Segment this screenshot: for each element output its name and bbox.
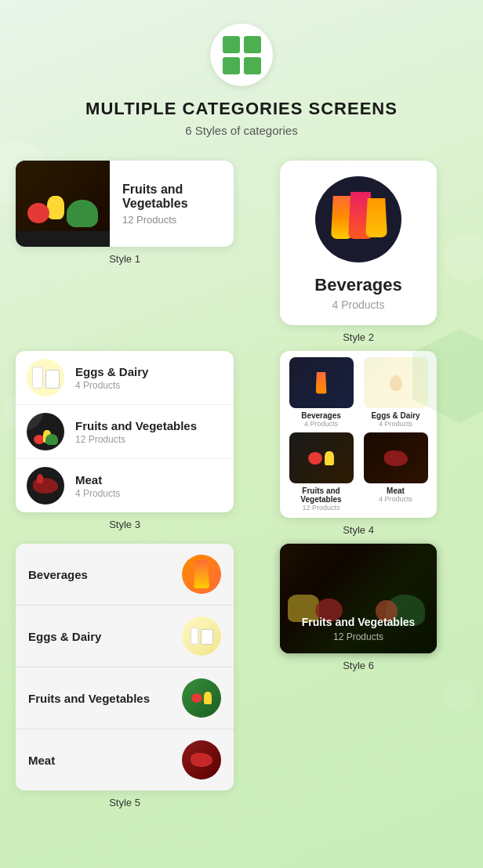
style4-img-fv [289, 432, 354, 483]
style3-meat-name: Meat [75, 473, 120, 486]
dairy-s5-scene [191, 627, 213, 645]
style2-label: Style 2 [343, 331, 374, 343]
style4-item-fv[interactable]: Fruits and Vegetables 12 Products [286, 432, 356, 512]
style5-item-fv[interactable]: Fruits and Vegetables [16, 667, 234, 729]
vegetables-scene [24, 161, 102, 231]
meat-cut-icon [33, 478, 58, 494]
style3-dairy-count: 4 Products [75, 380, 148, 391]
style3-fv-name: Fruits and Vegetables [75, 419, 197, 432]
style3-item-dairy[interactable]: Eggs & Dairy 4 Products [16, 351, 234, 405]
meat-s5-icon [191, 753, 212, 767]
dairy-icon [32, 367, 60, 389]
fv-lettuce [45, 434, 58, 445]
style5-img-fv [182, 678, 221, 718]
style4-img-bev [289, 357, 354, 408]
style3-avatar-meat [27, 467, 64, 505]
style4-fv-count: 12 Products [302, 504, 340, 512]
style1-card[interactable]: Fruits and Vegetables 12 Products [16, 161, 234, 247]
style2-block: Beverages 4 Products Style 2 [249, 161, 467, 343]
logo-cell-2 [244, 36, 261, 53]
style5-img-dairy [182, 617, 221, 656]
logo-cell-1 [223, 36, 240, 53]
veg-green-icon [67, 200, 98, 227]
bev-glass-right-icon [365, 198, 387, 237]
style4-dairy-name: Eggs & Dairy [371, 411, 419, 420]
style4-img-meat [364, 432, 428, 483]
style6-product-count: 12 Products [292, 631, 424, 642]
style5-meat-name: Meat [28, 754, 55, 767]
app-logo [210, 24, 273, 86]
style5-item-meat[interactable]: Meat [16, 729, 234, 790]
style6-block: Fruits and Vegetables 12 Products Style … [249, 544, 467, 808]
style2-product-count: 4 Products [332, 298, 385, 311]
style3-avatar-fv [27, 413, 64, 450]
style4-label: Style 4 [343, 524, 374, 536]
style3-item-fv-info: Fruits and Vegetables 12 Products [75, 419, 197, 445]
fv-tomato-mini-icon [308, 452, 322, 465]
style6-card[interactable]: Fruits and Vegetables 12 Products [280, 544, 437, 653]
style2-image-circle [315, 176, 401, 262]
style6-content: Fruits and Vegetables 12 Products [280, 605, 437, 653]
fv-s5-scene [191, 692, 212, 704]
style4-bev-name: Beverages [301, 411, 341, 420]
style5-item-bev[interactable]: Beverages [16, 544, 234, 606]
style1-image [16, 161, 110, 247]
style2-card[interactable]: Beverages 4 Products [280, 161, 437, 325]
style5-card: Beverages Eggs & Dairy Fruits and Vegeta… [16, 544, 234, 790]
style4-item-bev[interactable]: Beverages 4 Products [286, 357, 356, 428]
style3-avatar-dairy [27, 359, 64, 396]
milk-carton-s5 [201, 629, 213, 645]
style4-meat-name: Meat [387, 486, 405, 495]
style5-label: Style 5 [109, 797, 140, 808]
veg-tomato-icon [27, 203, 49, 223]
style4-grid: Beverages 4 Products Eggs & Dairy 4 Prod… [286, 357, 430, 512]
veg-pepper-icon [47, 196, 64, 219]
style5-bev-name: Beverages [28, 568, 88, 581]
style5-img-meat [182, 740, 221, 779]
style3-item-meat[interactable]: Meat 4 Products [16, 459, 234, 512]
bev-glass-s5-icon [194, 560, 209, 588]
style5-dairy-name: Eggs & Dairy [28, 630, 101, 643]
style5-item-dairy[interactable]: Eggs & Dairy [16, 606, 234, 667]
style3-card: Eggs & Dairy 4 Products Fruits and Veget… [16, 351, 234, 512]
logo-cell-3 [223, 57, 240, 74]
style1-label: Style 1 [109, 253, 140, 265]
style4-bev-count: 4 Products [304, 420, 338, 428]
style1-product-count: 12 Products [122, 214, 221, 226]
style4-fv-name: Fruits and Vegetables [286, 486, 356, 504]
fv-tomato-s5 [191, 693, 202, 703]
fv-mini-scene [308, 451, 334, 465]
meat-avatar-scene [30, 470, 61, 501]
style3-item-fv[interactable]: Fruits and Vegetables 12 Products [16, 405, 234, 459]
style4-dairy-count: 4 Products [379, 420, 412, 428]
meat-mini-icon [384, 450, 408, 466]
fv-avatar-scene [30, 416, 61, 447]
style2-category-name: Beverages [314, 275, 401, 295]
style3-dairy-name: Eggs & Dairy [75, 365, 148, 378]
style1-info: Fruits and Vegetables 12 Products [110, 173, 234, 235]
milk-bottle-icon [32, 367, 43, 389]
style3-fv-count: 12 Products [75, 434, 197, 445]
meat-bone-icon [37, 474, 43, 483]
style5-block: Beverages Eggs & Dairy Fruits and Vegeta… [16, 544, 234, 808]
style4-item-meat[interactable]: Meat 4 Products [361, 432, 430, 512]
page-subtitle: 6 Styles of categories [185, 124, 297, 137]
style3-item-meat-info: Meat 4 Products [75, 473, 120, 499]
logo-cell-4 [244, 57, 261, 74]
styles-grid-top: Fruits and Vegetables 12 Products Style … [16, 161, 467, 343]
fv-pepper-s5 [204, 692, 212, 704]
styles-grid-bottom: Beverages Eggs & Dairy Fruits and Vegeta… [16, 544, 467, 808]
style3-block: Eggs & Dairy 4 Products Fruits and Veget… [16, 351, 234, 536]
style1-image-inner [16, 161, 110, 231]
style6-label: Style 6 [343, 660, 374, 671]
styles-grid-middle: Eggs & Dairy 4 Products Fruits and Veget… [16, 351, 467, 536]
style5-img-bev [182, 555, 221, 594]
style1-block: Fruits and Vegetables 12 Products Style … [16, 161, 234, 343]
style1-category-name: Fruits and Vegetables [122, 183, 221, 211]
style5-fv-name: Fruits and Vegetables [28, 692, 150, 705]
style3-label: Style 3 [109, 519, 140, 530]
page-title: MULTIPLE CATEGORIES SCREENS [85, 99, 398, 119]
grid-icon [223, 36, 261, 74]
style4-meat-count: 4 Products [379, 495, 412, 503]
style3-meat-count: 4 Products [75, 488, 120, 499]
